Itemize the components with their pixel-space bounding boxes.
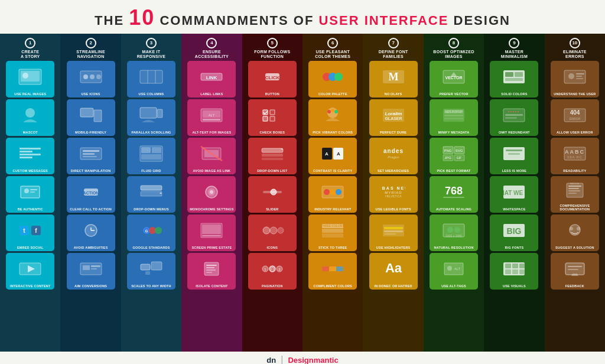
svg-rect-49 [141, 264, 150, 270]
card-5-5: ICONS [248, 214, 297, 251]
svg-rect-182 [576, 78, 583, 79]
card-10-5: SUGGEST A SOLUTION [551, 214, 599, 251]
col-10-num: 10 [570, 38, 580, 48]
svg-rect-23 [83, 156, 97, 157]
card-8-1: VECTOR PREFER VECTOR [430, 61, 478, 98]
card-2-6: AIM CONVERSIONS [67, 253, 115, 290]
card-7-2-label: PERFECT DURE [380, 131, 406, 134]
card-4-5-label: SCREEN PRIME ESTATE [191, 246, 232, 249]
card-4-3-label: AVOID IMAGE AS LINK [193, 169, 231, 173]
card-7-4: BEBAS NEUEMYRIADHELVETICA USE LEGIBLE FO… [369, 176, 418, 213]
card-5-4-label: SLIDER [266, 207, 278, 211]
svg-point-63 [210, 190, 213, 194]
card-1-5: tf EMBED SOCIAL [6, 214, 54, 251]
svg-point-47 [155, 227, 162, 234]
svg-rect-177 [519, 269, 525, 274]
svg-rect-166 [508, 153, 520, 155]
svg-point-98 [331, 109, 334, 112]
svg-point-17 [96, 74, 101, 79]
col-9: 9 MASTERMINIMALISM SOLID COLORS OMIT RED… [484, 34, 544, 352]
card-1-2: MASCOT [6, 99, 54, 136]
card-6-4-label: INDUSTRY RELEVANT [314, 207, 351, 211]
card-4-1-label: LABEL LINKS [200, 92, 223, 96]
svg-rect-33 [140, 70, 162, 83]
svg-rect-21 [83, 150, 99, 152]
svg-rect-80 [262, 158, 283, 160]
svg-rect-173 [512, 264, 518, 268]
svg-text:A: A [325, 151, 328, 157]
svg-point-154 [447, 266, 452, 271]
svg-text:THREE COLORS: THREE COLORS [321, 224, 345, 228]
svg-rect-109 [322, 229, 343, 233]
col-4: 4 ENSUREACCESSIBILITY LINK LABEL LINKS A… [181, 34, 242, 352]
svg-rect-19 [94, 110, 102, 122]
svg-rect-32 [91, 268, 97, 269]
card-4-4: MONOCHROME SETTINGS [187, 176, 236, 213]
card-4-1: LINK LABEL LINKS [187, 61, 236, 98]
card-6-5: THREE COLORS STICK TO THREE [308, 214, 357, 251]
col-9-header: 9 MASTERMINIMALISM [501, 36, 528, 59]
card-6-6-label: COMPLIMENT COLORS [314, 284, 352, 288]
card-9-1-label: SOLID COLORS [501, 92, 527, 96]
card-3-3: FLUID GRID [127, 138, 175, 174]
card-2-4-label: CLEAR CALL TO ACTION [70, 207, 112, 211]
svg-point-2 [22, 73, 28, 79]
svg-rect-190 [568, 186, 581, 187]
svg-point-15 [83, 74, 88, 79]
svg-rect-162 [505, 114, 523, 116]
svg-text:768: 768 [445, 185, 463, 197]
card-5-4: SLIDER [248, 176, 297, 213]
svg-point-84 [263, 227, 270, 234]
col-1-title: CREATEA STORY [21, 50, 40, 60]
svg-rect-191 [568, 188, 579, 189]
card-8-5: 1920 x 1080 NATURAL RESOLUTION [430, 214, 478, 251]
card-10-1-label: UNDERSTAND THE USER [554, 92, 596, 96]
svg-text:WHAT WE DO: WHAT WE DO [502, 190, 526, 196]
col-9-num: 9 [509, 38, 519, 48]
card-10-4-label: COMPREHENSIVE DOCUMENTATION [551, 204, 599, 211]
card-2-3-label: DIRECT MANIPULATION [71, 169, 111, 173]
svg-rect-159 [505, 78, 523, 81]
svg-rect-66 [202, 235, 221, 236]
card-7-5-label: USE HIGHLIGHTERS [376, 246, 411, 249]
card-5-2: CHECK BOXES [248, 99, 297, 136]
card-3-2-label: PARALLAX SCROLLING [131, 131, 171, 134]
card-4-6: ISOLATE CONTENT [187, 253, 236, 290]
svg-rect-51 [145, 271, 150, 275]
svg-rect-200 [568, 269, 578, 270]
svg-rect-127 [384, 227, 403, 229]
svg-rect-68 [206, 265, 217, 266]
card-9-3-label: LESS IS MORE [502, 169, 527, 173]
card-3-2: PARALLAX SCROLLING [127, 99, 175, 136]
svg-text:JPG: JPG [444, 156, 451, 160]
card-9-5: BIG BIG FONTS [490, 214, 538, 251]
card-1-6-label: INTERACTIVE CONTENT [10, 284, 51, 288]
card-5-2-label: CHECK BOXES [260, 131, 285, 134]
card-3-1: USE COLUMNS [127, 61, 175, 98]
svg-text:GLASER: GLASER [385, 116, 402, 121]
card-8-4: 768 AUTOMATE SCALING [430, 176, 478, 213]
card-3-4-label: DROP-DOWN MENUS [134, 207, 169, 211]
svg-point-95 [334, 73, 343, 81]
card-2-5: AVOID AMBIGUITIES [67, 214, 115, 251]
card-10-4: MANUAL COMPREHENSIVE DOCUMENTATION [551, 176, 599, 213]
svg-text:HELVETICA: HELVETICA [385, 194, 402, 198]
card-7-1: M NO OLAYS [369, 61, 418, 98]
svg-rect-114 [329, 266, 336, 271]
svg-text:ALT: ALT [209, 113, 215, 117]
card-8-1-label: PREFER VECTOR [439, 92, 468, 96]
svg-point-3 [25, 108, 35, 118]
svg-marker-201 [571, 274, 578, 276]
svg-rect-30 [83, 265, 90, 270]
col-8: 8 BOOST OPTIMIZEDIMAGES VECTOR PREFER VE… [424, 34, 484, 352]
svg-text:BEBAS NEUE: BEBAS NEUE [382, 186, 405, 190]
svg-rect-69 [206, 267, 214, 268]
svg-rect-22 [83, 153, 95, 155]
col-3-header: 3 MAKE ITRESPONSIVE [137, 36, 166, 59]
card-1-4-label: BE AUTHENTIC [18, 207, 43, 211]
card-8-3-label: PICK BEST FORMAT [437, 169, 470, 173]
svg-rect-158 [515, 72, 523, 77]
card-5-1: CLICK BUTTON [248, 61, 297, 98]
card-6-2: PICK VIBRANT COLORS [308, 99, 357, 136]
title-highlight: USER INTERFACE [318, 13, 448, 28]
